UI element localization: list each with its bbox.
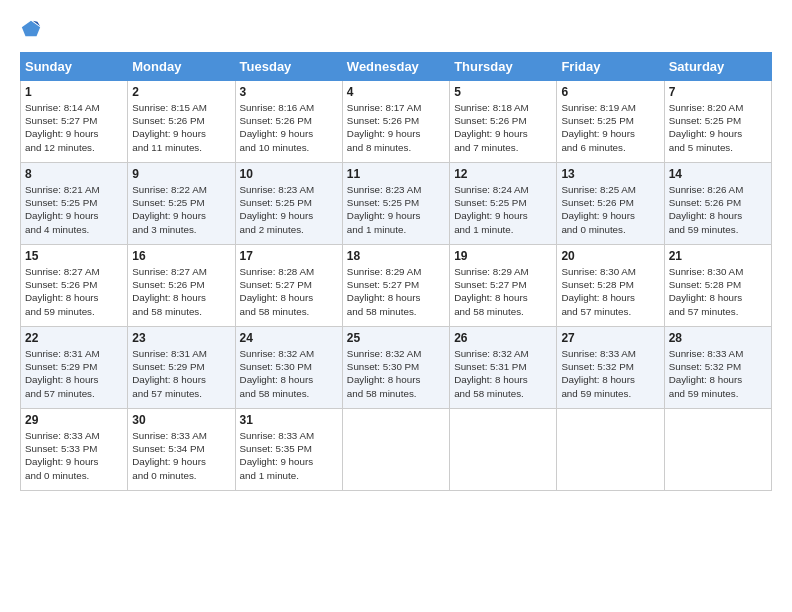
day-cell: 22Sunrise: 8:31 AM Sunset: 5:29 PM Dayli… — [21, 327, 128, 409]
day-detail: Sunrise: 8:24 AM Sunset: 5:25 PM Dayligh… — [454, 183, 552, 236]
day-cell: 16Sunrise: 8:27 AM Sunset: 5:26 PM Dayli… — [128, 245, 235, 327]
day-detail: Sunrise: 8:23 AM Sunset: 5:25 PM Dayligh… — [240, 183, 338, 236]
day-number: 20 — [561, 249, 659, 263]
day-cell: 15Sunrise: 8:27 AM Sunset: 5:26 PM Dayli… — [21, 245, 128, 327]
day-cell: 18Sunrise: 8:29 AM Sunset: 5:27 PM Dayli… — [342, 245, 449, 327]
day-detail: Sunrise: 8:16 AM Sunset: 5:26 PM Dayligh… — [240, 101, 338, 154]
day-header-saturday: Saturday — [664, 53, 771, 81]
page: SundayMondayTuesdayWednesdayThursdayFrid… — [0, 0, 792, 501]
week-row-4: 22Sunrise: 8:31 AM Sunset: 5:29 PM Dayli… — [21, 327, 772, 409]
day-detail: Sunrise: 8:32 AM Sunset: 5:31 PM Dayligh… — [454, 347, 552, 400]
day-detail: Sunrise: 8:25 AM Sunset: 5:26 PM Dayligh… — [561, 183, 659, 236]
day-number: 23 — [132, 331, 230, 345]
day-cell: 14Sunrise: 8:26 AM Sunset: 5:26 PM Dayli… — [664, 163, 771, 245]
day-header-thursday: Thursday — [450, 53, 557, 81]
day-cell: 3Sunrise: 8:16 AM Sunset: 5:26 PM Daylig… — [235, 81, 342, 163]
day-detail: Sunrise: 8:31 AM Sunset: 5:29 PM Dayligh… — [132, 347, 230, 400]
logo-icon — [20, 18, 42, 40]
day-number: 11 — [347, 167, 445, 181]
day-cell: 11Sunrise: 8:23 AM Sunset: 5:25 PM Dayli… — [342, 163, 449, 245]
day-cell: 8Sunrise: 8:21 AM Sunset: 5:25 PM Daylig… — [21, 163, 128, 245]
day-detail: Sunrise: 8:33 AM Sunset: 5:35 PM Dayligh… — [240, 429, 338, 482]
day-cell — [664, 409, 771, 491]
day-detail: Sunrise: 8:27 AM Sunset: 5:26 PM Dayligh… — [25, 265, 123, 318]
day-number: 29 — [25, 413, 123, 427]
day-header-wednesday: Wednesday — [342, 53, 449, 81]
week-row-1: 1Sunrise: 8:14 AM Sunset: 5:27 PM Daylig… — [21, 81, 772, 163]
day-number: 5 — [454, 85, 552, 99]
day-header-tuesday: Tuesday — [235, 53, 342, 81]
day-cell: 26Sunrise: 8:32 AM Sunset: 5:31 PM Dayli… — [450, 327, 557, 409]
day-detail: Sunrise: 8:28 AM Sunset: 5:27 PM Dayligh… — [240, 265, 338, 318]
day-number: 13 — [561, 167, 659, 181]
day-detail: Sunrise: 8:31 AM Sunset: 5:29 PM Dayligh… — [25, 347, 123, 400]
day-cell: 9Sunrise: 8:22 AM Sunset: 5:25 PM Daylig… — [128, 163, 235, 245]
day-cell: 2Sunrise: 8:15 AM Sunset: 5:26 PM Daylig… — [128, 81, 235, 163]
day-header-friday: Friday — [557, 53, 664, 81]
day-number: 15 — [25, 249, 123, 263]
day-detail: Sunrise: 8:17 AM Sunset: 5:26 PM Dayligh… — [347, 101, 445, 154]
day-number: 9 — [132, 167, 230, 181]
day-detail: Sunrise: 8:15 AM Sunset: 5:26 PM Dayligh… — [132, 101, 230, 154]
day-detail: Sunrise: 8:23 AM Sunset: 5:25 PM Dayligh… — [347, 183, 445, 236]
day-number: 12 — [454, 167, 552, 181]
day-cell: 31Sunrise: 8:33 AM Sunset: 5:35 PM Dayli… — [235, 409, 342, 491]
day-cell: 6Sunrise: 8:19 AM Sunset: 5:25 PM Daylig… — [557, 81, 664, 163]
day-number: 14 — [669, 167, 767, 181]
header — [20, 18, 772, 40]
day-cell: 7Sunrise: 8:20 AM Sunset: 5:25 PM Daylig… — [664, 81, 771, 163]
day-number: 30 — [132, 413, 230, 427]
day-detail: Sunrise: 8:32 AM Sunset: 5:30 PM Dayligh… — [240, 347, 338, 400]
day-header-sunday: Sunday — [21, 53, 128, 81]
day-number: 2 — [132, 85, 230, 99]
day-cell: 19Sunrise: 8:29 AM Sunset: 5:27 PM Dayli… — [450, 245, 557, 327]
day-cell: 17Sunrise: 8:28 AM Sunset: 5:27 PM Dayli… — [235, 245, 342, 327]
day-detail: Sunrise: 8:29 AM Sunset: 5:27 PM Dayligh… — [347, 265, 445, 318]
day-cell: 20Sunrise: 8:30 AM Sunset: 5:28 PM Dayli… — [557, 245, 664, 327]
day-number: 24 — [240, 331, 338, 345]
day-detail: Sunrise: 8:26 AM Sunset: 5:26 PM Dayligh… — [669, 183, 767, 236]
week-row-2: 8Sunrise: 8:21 AM Sunset: 5:25 PM Daylig… — [21, 163, 772, 245]
day-detail: Sunrise: 8:14 AM Sunset: 5:27 PM Dayligh… — [25, 101, 123, 154]
day-number: 26 — [454, 331, 552, 345]
day-cell: 27Sunrise: 8:33 AM Sunset: 5:32 PM Dayli… — [557, 327, 664, 409]
day-number: 6 — [561, 85, 659, 99]
day-cell: 30Sunrise: 8:33 AM Sunset: 5:34 PM Dayli… — [128, 409, 235, 491]
day-detail: Sunrise: 8:32 AM Sunset: 5:30 PM Dayligh… — [347, 347, 445, 400]
days-header-row: SundayMondayTuesdayWednesdayThursdayFrid… — [21, 53, 772, 81]
day-cell: 24Sunrise: 8:32 AM Sunset: 5:30 PM Dayli… — [235, 327, 342, 409]
day-cell: 25Sunrise: 8:32 AM Sunset: 5:30 PM Dayli… — [342, 327, 449, 409]
day-cell: 21Sunrise: 8:30 AM Sunset: 5:28 PM Dayli… — [664, 245, 771, 327]
day-cell: 5Sunrise: 8:18 AM Sunset: 5:26 PM Daylig… — [450, 81, 557, 163]
day-detail: Sunrise: 8:22 AM Sunset: 5:25 PM Dayligh… — [132, 183, 230, 236]
day-detail: Sunrise: 8:18 AM Sunset: 5:26 PM Dayligh… — [454, 101, 552, 154]
day-detail: Sunrise: 8:33 AM Sunset: 5:33 PM Dayligh… — [25, 429, 123, 482]
day-cell: 12Sunrise: 8:24 AM Sunset: 5:25 PM Dayli… — [450, 163, 557, 245]
day-detail: Sunrise: 8:30 AM Sunset: 5:28 PM Dayligh… — [669, 265, 767, 318]
day-cell: 1Sunrise: 8:14 AM Sunset: 5:27 PM Daylig… — [21, 81, 128, 163]
logo — [20, 18, 42, 40]
day-number: 28 — [669, 331, 767, 345]
day-number: 16 — [132, 249, 230, 263]
day-header-monday: Monday — [128, 53, 235, 81]
day-detail: Sunrise: 8:21 AM Sunset: 5:25 PM Dayligh… — [25, 183, 123, 236]
day-detail: Sunrise: 8:30 AM Sunset: 5:28 PM Dayligh… — [561, 265, 659, 318]
day-detail: Sunrise: 8:27 AM Sunset: 5:26 PM Dayligh… — [132, 265, 230, 318]
day-number: 1 — [25, 85, 123, 99]
day-number: 22 — [25, 331, 123, 345]
day-detail: Sunrise: 8:33 AM Sunset: 5:34 PM Dayligh… — [132, 429, 230, 482]
day-detail: Sunrise: 8:19 AM Sunset: 5:25 PM Dayligh… — [561, 101, 659, 154]
day-number: 18 — [347, 249, 445, 263]
day-detail: Sunrise: 8:29 AM Sunset: 5:27 PM Dayligh… — [454, 265, 552, 318]
day-number: 10 — [240, 167, 338, 181]
day-number: 25 — [347, 331, 445, 345]
day-cell: 10Sunrise: 8:23 AM Sunset: 5:25 PM Dayli… — [235, 163, 342, 245]
day-cell — [557, 409, 664, 491]
day-number: 31 — [240, 413, 338, 427]
day-cell — [342, 409, 449, 491]
day-cell: 29Sunrise: 8:33 AM Sunset: 5:33 PM Dayli… — [21, 409, 128, 491]
day-cell: 23Sunrise: 8:31 AM Sunset: 5:29 PM Dayli… — [128, 327, 235, 409]
day-number: 17 — [240, 249, 338, 263]
day-cell: 13Sunrise: 8:25 AM Sunset: 5:26 PM Dayli… — [557, 163, 664, 245]
day-number: 27 — [561, 331, 659, 345]
